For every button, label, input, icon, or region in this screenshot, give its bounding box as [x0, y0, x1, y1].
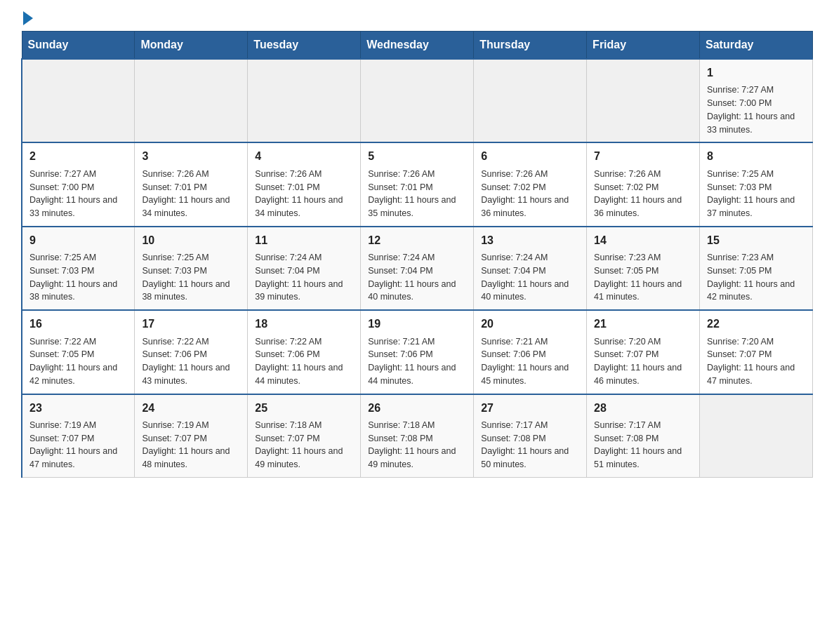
calendar-day-cell [22, 59, 135, 142]
day-info: Sunrise: 7:21 AM Sunset: 7:06 PM Dayligh… [481, 335, 579, 388]
day-number: 18 [255, 316, 353, 332]
day-number: 19 [368, 316, 466, 332]
day-number: 8 [707, 149, 805, 164]
day-number: 28 [594, 401, 692, 416]
day-info: Sunrise: 7:20 AM Sunset: 7:07 PM Dayligh… [594, 335, 692, 388]
day-of-week-header: Monday [135, 32, 248, 60]
day-number: 3 [142, 149, 240, 164]
calendar-day-cell: 6Sunrise: 7:26 AM Sunset: 7:02 PM Daylig… [474, 142, 587, 226]
day-info: Sunrise: 7:26 AM Sunset: 7:01 PM Dayligh… [142, 168, 240, 220]
day-number: 10 [142, 233, 240, 248]
day-of-week-header: Wednesday [361, 32, 474, 60]
day-number: 20 [481, 316, 579, 332]
calendar-header-row: SundayMondayTuesdayWednesdayThursdayFrid… [22, 32, 813, 60]
day-number: 2 [29, 149, 127, 164]
calendar-day-cell: 17Sunrise: 7:22 AM Sunset: 7:06 PM Dayli… [135, 310, 248, 394]
day-number: 14 [594, 233, 692, 248]
day-of-week-header: Saturday [700, 32, 813, 60]
day-info: Sunrise: 7:22 AM Sunset: 7:05 PM Dayligh… [29, 335, 127, 388]
day-info: Sunrise: 7:20 AM Sunset: 7:07 PM Dayligh… [707, 335, 805, 388]
day-info: Sunrise: 7:23 AM Sunset: 7:05 PM Dayligh… [594, 251, 692, 304]
day-info: Sunrise: 7:27 AM Sunset: 7:00 PM Dayligh… [707, 83, 805, 136]
day-info: Sunrise: 7:22 AM Sunset: 7:06 PM Dayligh… [142, 335, 240, 388]
calendar-day-cell: 19Sunrise: 7:21 AM Sunset: 7:06 PM Dayli… [361, 310, 474, 394]
logo-triangle-icon [23, 11, 33, 25]
day-info: Sunrise: 7:23 AM Sunset: 7:05 PM Dayligh… [707, 251, 805, 304]
calendar-day-cell [587, 59, 700, 142]
calendar-day-cell [135, 59, 248, 142]
calendar-day-cell: 8Sunrise: 7:25 AM Sunset: 7:03 PM Daylig… [700, 142, 813, 226]
day-info: Sunrise: 7:22 AM Sunset: 7:06 PM Dayligh… [255, 335, 353, 388]
day-info: Sunrise: 7:25 AM Sunset: 7:03 PM Dayligh… [142, 251, 240, 304]
calendar-day-cell [361, 59, 474, 142]
day-info: Sunrise: 7:19 AM Sunset: 7:07 PM Dayligh… [142, 419, 240, 471]
calendar-day-cell: 9Sunrise: 7:25 AM Sunset: 7:03 PM Daylig… [22, 227, 135, 310]
calendar-day-cell: 25Sunrise: 7:18 AM Sunset: 7:07 PM Dayli… [248, 394, 361, 478]
calendar-day-cell: 27Sunrise: 7:17 AM Sunset: 7:08 PM Dayli… [474, 394, 587, 478]
day-number: 17 [142, 316, 240, 332]
calendar-day-cell [700, 394, 813, 478]
day-info: Sunrise: 7:17 AM Sunset: 7:08 PM Dayligh… [481, 419, 579, 471]
day-number: 4 [255, 149, 353, 164]
day-info: Sunrise: 7:18 AM Sunset: 7:07 PM Dayligh… [255, 419, 353, 471]
day-info: Sunrise: 7:24 AM Sunset: 7:04 PM Dayligh… [368, 251, 466, 304]
day-info: Sunrise: 7:24 AM Sunset: 7:04 PM Dayligh… [481, 251, 579, 304]
day-number: 5 [368, 149, 466, 164]
day-number: 12 [368, 233, 466, 248]
day-info: Sunrise: 7:17 AM Sunset: 7:08 PM Dayligh… [594, 419, 692, 471]
calendar-day-cell: 7Sunrise: 7:26 AM Sunset: 7:02 PM Daylig… [587, 142, 700, 226]
day-of-week-header: Friday [587, 32, 700, 60]
calendar-day-cell: 2Sunrise: 7:27 AM Sunset: 7:00 PM Daylig… [22, 142, 135, 226]
calendar-week-row: 1Sunrise: 7:27 AM Sunset: 7:00 PM Daylig… [22, 59, 813, 142]
day-info: Sunrise: 7:27 AM Sunset: 7:00 PM Dayligh… [29, 168, 127, 220]
logo [21, 14, 33, 24]
calendar-day-cell: 28Sunrise: 7:17 AM Sunset: 7:08 PM Dayli… [587, 394, 700, 478]
calendar-week-row: 2Sunrise: 7:27 AM Sunset: 7:00 PM Daylig… [22, 142, 813, 226]
calendar-week-row: 23Sunrise: 7:19 AM Sunset: 7:07 PM Dayli… [22, 394, 813, 478]
day-info: Sunrise: 7:26 AM Sunset: 7:02 PM Dayligh… [481, 168, 579, 220]
calendar-day-cell [248, 59, 361, 142]
calendar-day-cell: 4Sunrise: 7:26 AM Sunset: 7:01 PM Daylig… [248, 142, 361, 226]
day-info: Sunrise: 7:21 AM Sunset: 7:06 PM Dayligh… [368, 335, 466, 388]
calendar-day-cell: 26Sunrise: 7:18 AM Sunset: 7:08 PM Dayli… [361, 394, 474, 478]
day-number: 24 [142, 401, 240, 416]
day-info: Sunrise: 7:26 AM Sunset: 7:02 PM Dayligh… [594, 168, 692, 220]
calendar-day-cell: 21Sunrise: 7:20 AM Sunset: 7:07 PM Dayli… [587, 310, 700, 394]
day-of-week-header: Tuesday [248, 32, 361, 60]
day-number: 26 [368, 401, 466, 416]
day-of-week-header: Sunday [22, 32, 135, 60]
calendar-day-cell: 23Sunrise: 7:19 AM Sunset: 7:07 PM Dayli… [22, 394, 135, 478]
day-number: 25 [255, 401, 353, 416]
day-info: Sunrise: 7:26 AM Sunset: 7:01 PM Dayligh… [368, 168, 466, 220]
calendar-day-cell: 15Sunrise: 7:23 AM Sunset: 7:05 PM Dayli… [700, 227, 813, 310]
day-info: Sunrise: 7:19 AM Sunset: 7:07 PM Dayligh… [29, 419, 127, 471]
day-number: 23 [29, 401, 127, 416]
calendar-day-cell: 5Sunrise: 7:26 AM Sunset: 7:01 PM Daylig… [361, 142, 474, 226]
calendar-day-cell: 1Sunrise: 7:27 AM Sunset: 7:00 PM Daylig… [700, 59, 813, 142]
day-number: 27 [481, 401, 579, 416]
calendar-day-cell [474, 59, 587, 142]
calendar-week-row: 9Sunrise: 7:25 AM Sunset: 7:03 PM Daylig… [22, 227, 813, 310]
calendar-day-cell: 24Sunrise: 7:19 AM Sunset: 7:07 PM Dayli… [135, 394, 248, 478]
calendar-day-cell: 3Sunrise: 7:26 AM Sunset: 7:01 PM Daylig… [135, 142, 248, 226]
day-info: Sunrise: 7:26 AM Sunset: 7:01 PM Dayligh… [255, 168, 353, 220]
day-number: 15 [707, 233, 805, 248]
calendar-day-cell: 16Sunrise: 7:22 AM Sunset: 7:05 PM Dayli… [22, 310, 135, 394]
day-number: 16 [29, 316, 127, 332]
day-number: 22 [707, 316, 805, 332]
day-of-week-header: Thursday [474, 32, 587, 60]
day-number: 6 [481, 149, 579, 164]
calendar-day-cell: 11Sunrise: 7:24 AM Sunset: 7:04 PM Dayli… [248, 227, 361, 310]
day-number: 7 [594, 149, 692, 164]
day-number: 1 [707, 65, 805, 81]
page-header [21, 14, 813, 24]
day-number: 21 [594, 316, 692, 332]
day-number: 13 [481, 233, 579, 248]
calendar-day-cell: 14Sunrise: 7:23 AM Sunset: 7:05 PM Dayli… [587, 227, 700, 310]
calendar-day-cell: 22Sunrise: 7:20 AM Sunset: 7:07 PM Dayli… [700, 310, 813, 394]
day-number: 9 [29, 233, 127, 248]
day-info: Sunrise: 7:18 AM Sunset: 7:08 PM Dayligh… [368, 419, 466, 471]
day-info: Sunrise: 7:25 AM Sunset: 7:03 PM Dayligh… [29, 251, 127, 304]
day-info: Sunrise: 7:25 AM Sunset: 7:03 PM Dayligh… [707, 168, 805, 220]
day-info: Sunrise: 7:24 AM Sunset: 7:04 PM Dayligh… [255, 251, 353, 304]
